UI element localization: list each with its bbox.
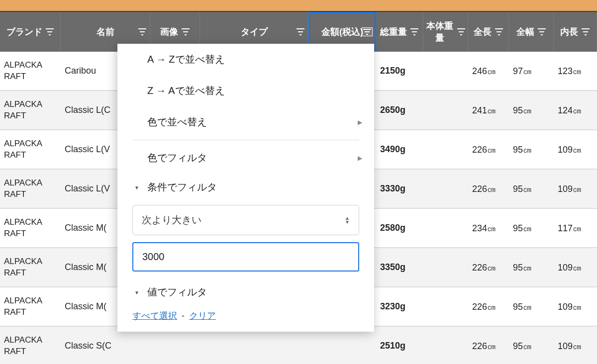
filter-icon[interactable]: [296, 28, 305, 35]
cell-total-width: 95㎝: [509, 301, 554, 313]
cell-brand: ALPACKARAFT: [0, 60, 61, 82]
cell-total-length: 226㎝: [468, 144, 509, 156]
cell-total-weight: 2150g: [376, 66, 423, 76]
header-label: 本体重量: [425, 20, 454, 44]
cell-brand: ALPACKARAFT: [0, 99, 61, 121]
menu-divider: [132, 140, 359, 140]
cell-total-length: 226㎝: [468, 340, 509, 352]
header-label: ブランド: [6, 26, 42, 38]
header-inner-length[interactable]: 内長: [554, 12, 597, 52]
cell-total-length: 226㎝: [468, 262, 509, 273]
filter-icon[interactable]: [581, 28, 590, 35]
cell-total-width: 95㎝: [509, 104, 554, 116]
filter-icon[interactable]: [457, 28, 466, 35]
cell-total-width: 95㎝: [509, 144, 554, 156]
top-banner: [0, 0, 597, 12]
cell-total-length: 246㎝: [468, 65, 509, 77]
cell-brand: ALPACKARAFT: [0, 335, 61, 357]
cell-inner-length: 109㎝: [554, 183, 597, 195]
cell-brand: ALPACKARAFT: [0, 295, 61, 317]
clear-link[interactable]: クリア: [189, 311, 216, 321]
cell-brand: ALPACKARAFT: [0, 138, 61, 160]
cell-inner-length: 123㎝: [554, 65, 597, 77]
cell-total-weight: 3490g: [376, 144, 423, 155]
cell-brand: ALPACKARAFT: [0, 256, 61, 278]
select-all-link[interactable]: すべて選択: [132, 311, 177, 321]
cell-total-weight: 2580g: [376, 223, 423, 233]
cell-total-length: 234㎝: [468, 222, 509, 234]
filter-icon[interactable]: [45, 28, 54, 35]
cell-total-weight: 3330g: [376, 183, 423, 194]
header-label: 総重量: [380, 26, 407, 38]
cell-total-width: 95㎝: [509, 222, 554, 234]
filter-icon[interactable]: [181, 28, 190, 35]
cell-total-weight: 3350g: [376, 262, 423, 273]
cell-total-length: 226㎝: [468, 183, 509, 195]
filter-icon[interactable]: [537, 28, 546, 35]
condition-operator-label: 次より大きい: [142, 213, 201, 227]
column-filter-menu: A → Zで並べ替え Z → Aで並べ替え 色で並べ替え 色でフィルタ 条件でフ…: [117, 44, 374, 332]
header-total-length[interactable]: 全長: [468, 12, 509, 52]
filter-icon[interactable]: [362, 27, 373, 36]
link-separator: -: [182, 311, 185, 321]
filter-icon[interactable]: [138, 28, 147, 35]
cell-inner-length: 117㎝: [554, 222, 597, 234]
sort-za[interactable]: Z → Aで並べ替え: [117, 75, 374, 106]
header-total-width[interactable]: 全幅: [509, 12, 554, 52]
condition-value-input[interactable]: [132, 242, 359, 272]
cell-total-width: 95㎝: [509, 262, 554, 273]
cell-total-weight: 2650g: [376, 105, 423, 115]
filter-icon[interactable]: [495, 28, 503, 35]
cell-total-weight: 3230g: [376, 301, 423, 312]
header-label: タイプ: [241, 26, 268, 38]
header-label: 全長: [474, 26, 492, 38]
filter-by-color[interactable]: 色でフィルタ: [117, 142, 374, 174]
header-body-weight[interactable]: 本体重量: [423, 12, 468, 52]
header-label: 画像: [160, 26, 178, 38]
cell-total-length: 241㎝: [468, 104, 509, 116]
cell-total-weight: 2510g: [376, 341, 423, 351]
cell-total-width: 95㎝: [509, 183, 554, 195]
cell-inner-length: 109㎝: [554, 262, 597, 273]
sort-az[interactable]: A → Zで並べ替え: [117, 44, 374, 75]
filter-by-condition-header[interactable]: 条件でフィルタ: [117, 174, 374, 201]
cell-total-length: 226㎝: [468, 301, 509, 313]
cell-brand: ALPACKARAFT: [0, 178, 61, 199]
cell-brand: ALPACKARAFT: [0, 217, 61, 239]
filter-by-value-header[interactable]: 値でフィルタ: [117, 278, 374, 306]
cell-total-width: 97㎝: [509, 65, 554, 77]
condition-operator-select[interactable]: 次より大きい ▲▼: [132, 205, 359, 235]
value-filter-links: すべて選択 - クリア: [117, 306, 374, 322]
header-label: 名前: [97, 26, 114, 38]
table-row[interactable]: ALPACKARAFTClassic S(C2510g226㎝95㎝109㎝: [0, 327, 597, 364]
header-brand[interactable]: ブランド: [0, 12, 61, 52]
cell-inner-length: 109㎝: [554, 340, 597, 352]
cell-total-width: 95㎝: [509, 340, 554, 352]
header-label: 全幅: [516, 26, 534, 38]
cell-inner-length: 109㎝: [554, 301, 597, 313]
select-arrows-icon: ▲▼: [345, 216, 350, 224]
header-label: 内長: [560, 26, 578, 38]
header-total-weight[interactable]: 総重量: [376, 12, 423, 52]
header-label: 金額(税込): [321, 26, 363, 38]
cell-inner-length: 124㎝: [554, 104, 597, 116]
filter-icon[interactable]: [410, 28, 419, 35]
sort-by-color[interactable]: 色で並べ替え: [117, 106, 374, 138]
cell-name: Classic S(C: [61, 341, 150, 351]
cell-inner-length: 109㎝: [554, 144, 597, 156]
